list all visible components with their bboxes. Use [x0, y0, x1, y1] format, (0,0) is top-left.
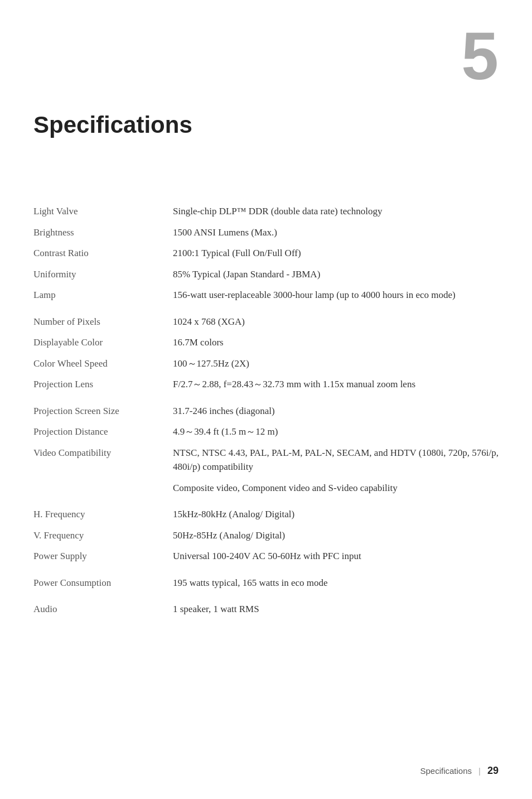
table-row: V. Frequency50Hz-85Hz (Analog/ Digital) — [33, 525, 499, 546]
table-row: Displayable Color16.7M colors — [33, 332, 499, 353]
spec-value: 195 watts typical, 165 watts in eco mode — [167, 572, 499, 594]
spec-value: Single-chip DLP™ DDR (double data rate) … — [167, 201, 499, 222]
spec-value: Universal 100-240V AC 50-60Hz with PFC i… — [167, 546, 499, 567]
spec-value: 156-watt user-replaceable 3000-hour lamp… — [167, 285, 499, 306]
table-row: H. Frequency15kHz-80kHz (Analog/ Digital… — [33, 504, 499, 525]
spec-label: Projection Lens — [33, 374, 167, 395]
spec-label: V. Frequency — [33, 525, 167, 546]
table-row: Number of Pixels1024 x 768 (XGA) — [33, 311, 499, 333]
spec-spacer — [33, 567, 167, 572]
spec-label: Uniformity — [33, 264, 167, 285]
spec-value: 4.9～39.4 ft (1.5 m～12 m) — [167, 421, 499, 442]
footer-pipe: | — [478, 766, 481, 776]
table-row: Projection Distance4.9～39.4 ft (1.5 m～12… — [33, 421, 499, 442]
table-row: Composite video, Component video and S-v… — [33, 478, 499, 499]
spec-value: 2100:1 Typical (Full On/Full Off) — [167, 243, 499, 264]
spec-value: 1 speaker, 1 watt RMS — [167, 599, 499, 620]
spec-value: 1024 x 768 (XGA) — [167, 311, 499, 333]
spec-value: Composite video, Component video and S-v… — [167, 478, 499, 499]
table-row: Projection Screen Size31.7-246 inches (d… — [33, 401, 499, 422]
footer-page-number: 29 — [487, 765, 499, 777]
spec-value: 50Hz-85Hz (Analog/ Digital) — [167, 525, 499, 546]
spec-label: H. Frequency — [33, 504, 167, 525]
spec-label: Brightness — [33, 222, 167, 243]
spec-label: Audio — [33, 599, 167, 620]
spec-spacer — [33, 593, 167, 599]
spec-label: Displayable Color — [33, 332, 167, 353]
table-row: Contrast Ratio2100:1 Typical (Full On/Fu… — [33, 243, 499, 264]
table-row: Power SupplyUniversal 100-240V AC 50-60H… — [33, 546, 499, 567]
spec-label: Light Valve — [33, 201, 167, 222]
spec-label: Color Wheel Speed — [33, 353, 167, 374]
specs-table: Light ValveSingle-chip DLP™ DDR (double … — [33, 201, 499, 620]
spec-label: Lamp — [33, 285, 167, 306]
table-row: Lamp156-watt user-replaceable 3000-hour … — [33, 285, 499, 306]
spec-value: 100～127.5Hz (2X) — [167, 353, 499, 374]
spec-spacer — [33, 498, 167, 504]
spec-label: Power Consumption — [33, 572, 167, 594]
spec-label: Contrast Ratio — [33, 243, 167, 264]
spec-spacer — [33, 306, 167, 311]
page-footer: Specifications | 29 — [420, 765, 499, 777]
spec-value: F/2.7～2.88, f=28.43～32.73 mm with 1.15x … — [167, 374, 499, 395]
spec-value: 1500 ANSI Lumens (Max.) — [167, 222, 499, 243]
chapter-number: 5 — [461, 22, 499, 89]
page-title: Specifications — [33, 112, 192, 138]
spec-value: 85% Typical (Japan Standard - JBMA) — [167, 264, 499, 285]
spec-label: Power Supply — [33, 546, 167, 567]
spec-label: Video Compatibility — [33, 442, 167, 478]
spec-value: 15kHz-80kHz (Analog/ Digital) — [167, 504, 499, 525]
table-row: Audio1 speaker, 1 watt RMS — [33, 599, 499, 620]
table-row: Projection LensF/2.7～2.88, f=28.43～32.73… — [33, 374, 499, 395]
table-row: Video CompatibilityNTSC, NTSC 4.43, PAL,… — [33, 442, 499, 478]
spec-label — [33, 478, 167, 499]
spec-label: Projection Screen Size — [33, 401, 167, 422]
spec-label: Number of Pixels — [33, 311, 167, 333]
spec-label: Projection Distance — [33, 421, 167, 442]
table-row: Uniformity85% Typical (Japan Standard - … — [33, 264, 499, 285]
table-row: Power Consumption195 watts typical, 165 … — [33, 572, 499, 594]
spec-spacer — [33, 395, 167, 401]
spec-value: NTSC, NTSC 4.43, PAL, PAL-M, PAL-N, SECA… — [167, 442, 499, 478]
table-row: Color Wheel Speed100～127.5Hz (2X) — [33, 353, 499, 374]
spec-value: 31.7-246 inches (diagonal) — [167, 401, 499, 422]
table-row: Brightness1500 ANSI Lumens (Max.) — [33, 222, 499, 243]
spec-value: 16.7M colors — [167, 332, 499, 353]
footer-section-label: Specifications — [420, 766, 472, 776]
table-row: Light ValveSingle-chip DLP™ DDR (double … — [33, 201, 499, 222]
